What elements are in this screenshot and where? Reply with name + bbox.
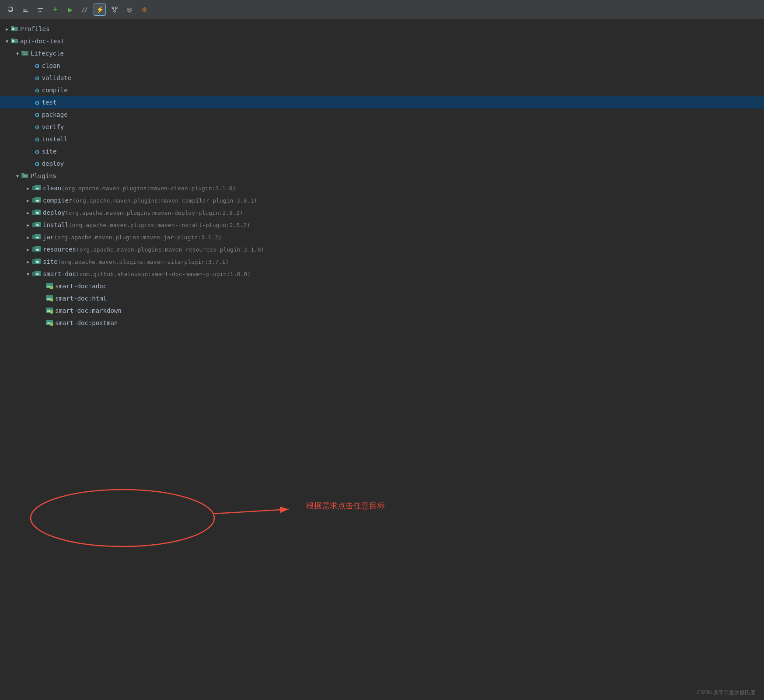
goal-postman[interactable]: m smart-doc:postman: [0, 317, 764, 329]
profiles-item[interactable]: m Profiles: [0, 23, 764, 35]
validate-label: validate: [42, 74, 71, 81]
lifecycle-verify[interactable]: ⚙ verify: [0, 121, 764, 133]
plugin-clean-icon: m: [31, 184, 41, 192]
lifecycle-install[interactable]: ⚙ install: [0, 133, 764, 145]
goal-postman-label: smart-doc:postman: [55, 319, 118, 326]
plugin-site-detail: (org.apache.maven.plugins:maven-site-plu…: [58, 259, 229, 265]
lifecycle-compile[interactable]: ⚙ compile: [0, 84, 764, 96]
gear-icon-package: ⚙: [35, 111, 39, 119]
profiles-arrow: [3, 25, 10, 32]
lifecycle-test[interactable]: ⚙ test: [0, 96, 764, 108]
plugin-resources[interactable]: m resources (org.apache.maven.plugins:ma…: [0, 243, 764, 256]
refresh-button[interactable]: [4, 4, 17, 16]
plugin-smart-doc-icon: m: [31, 270, 41, 278]
plugin-jar-detail: (org.apache.maven.plugins:maven-jar-plug…: [54, 234, 222, 241]
goal-html-label: smart-doc:html: [55, 295, 107, 302]
svg-rect-13: [21, 51, 24, 52]
project-item[interactable]: m api-doc-test: [0, 35, 764, 47]
clean-label: clean: [42, 62, 60, 69]
gear-icon-test: ⚙: [35, 98, 39, 107]
test-label: test: [42, 99, 57, 106]
plugin-site-icon: m: [31, 258, 41, 266]
plugin-jar-name: jar: [43, 234, 54, 241]
deploy-label: deploy: [42, 160, 64, 167]
plugin-compiler-arrow: [24, 197, 31, 204]
goal-html[interactable]: m smart-doc:html: [0, 292, 764, 304]
execute-button[interactable]: ⚡: [94, 4, 106, 16]
verify-label: verify: [42, 123, 64, 130]
import-button[interactable]: [19, 4, 31, 16]
profiles-label: Profiles: [20, 25, 49, 32]
gear-icon-validate: ⚙: [35, 74, 39, 82]
plugins-folder-icon: [21, 172, 29, 180]
goal-postman-icon: m: [45, 319, 53, 327]
plugin-clean[interactable]: m clean (org.apache.maven.plugins:maven-…: [0, 182, 764, 194]
svg-line-57: [214, 509, 289, 514]
lifecycle-item[interactable]: Lifecycle: [0, 47, 764, 60]
lifecycle-site[interactable]: ⚙ site: [0, 145, 764, 158]
lifecycle-arrow: [14, 50, 21, 57]
plugin-resources-detail: (org.apache.maven.plugins:maven-resource…: [76, 246, 264, 253]
lifecycle-folder-icon: [21, 49, 29, 58]
plugin-clean-name: clean: [43, 185, 61, 192]
plugins-label: Plugins: [31, 172, 56, 179]
profiles-folder-icon: m: [10, 25, 18, 33]
goal-html-icon: m: [45, 294, 53, 303]
plugin-install[interactable]: m install (org.apache.maven.plugins:mave…: [0, 219, 764, 231]
gear-icon-verify: ⚙: [35, 123, 39, 131]
dependencies-button[interactable]: [108, 4, 121, 16]
project-folder-icon: m: [10, 37, 18, 46]
goal-markdown-icon: m: [45, 307, 53, 315]
svg-rect-17: [21, 173, 24, 175]
add-button[interactable]: +: [49, 4, 61, 16]
goal-adoc[interactable]: m smart-doc:adoc: [0, 280, 764, 292]
settings-button[interactable]: ⚙: [138, 4, 150, 16]
package-label: package: [42, 111, 68, 118]
plugin-jar[interactable]: m jar (org.apache.maven.plugins:maven-ja…: [0, 231, 764, 243]
svg-text:m: m: [36, 186, 39, 190]
run-button[interactable]: ▶: [64, 4, 76, 16]
svg-text:m: m: [36, 235, 39, 239]
plugin-install-name: install: [43, 221, 69, 228]
annotation-text: 根据需求点击任意目标: [306, 500, 385, 511]
download-sources-button[interactable]: [34, 4, 46, 16]
svg-text:m: m: [47, 308, 50, 313]
plugin-site[interactable]: m site (org.apache.maven.plugins:maven-s…: [0, 256, 764, 268]
project-label: api-doc-test: [20, 38, 64, 45]
plugin-deploy[interactable]: m deploy (org.apache.maven.plugins:maven…: [0, 206, 764, 219]
plugin-deploy-icon: m: [31, 209, 41, 217]
svg-text:m: m: [36, 259, 39, 264]
plugin-smart-doc[interactable]: m smart-doc (com.github.shalousun:smart-…: [0, 268, 764, 280]
svg-point-56: [31, 490, 214, 546]
svg-line-4: [113, 9, 115, 10]
project-arrow: [3, 38, 10, 45]
lifecycle-deploy[interactable]: ⚙ deploy: [0, 158, 764, 170]
lifecycle-package[interactable]: ⚙ package: [0, 108, 764, 121]
plugin-install-detail: (org.apache.maven.plugins:maven-install-…: [69, 222, 250, 228]
plugin-deploy-name: deploy: [43, 209, 65, 216]
svg-text:m: m: [36, 210, 39, 215]
toggle-button[interactable]: //: [79, 4, 91, 16]
goal-markdown-label: smart-doc:markdown: [55, 307, 122, 314]
gear-icon-deploy: ⚙: [35, 160, 39, 168]
tree-container: m Profiles m api-doc-test: [0, 19, 764, 700]
lifecycle-clean[interactable]: ⚙ clean: [0, 60, 764, 72]
toolbar: + ▶ // ⚡ ⚙: [0, 0, 764, 19]
goal-adoc-icon: m: [45, 282, 53, 290]
collapse-button[interactable]: [123, 4, 136, 16]
plugin-compiler-name: compiler: [43, 197, 72, 204]
plugin-deploy-arrow: [24, 209, 31, 216]
plugin-compiler[interactable]: m compiler (org.apache.maven.plugins:mav…: [0, 194, 764, 206]
gear-icon-compile: ⚙: [35, 86, 39, 94]
plugin-clean-detail: (org.apache.maven.plugins:maven-clean-pl…: [61, 185, 236, 192]
svg-point-2: [115, 7, 117, 9]
plugin-deploy-detail: (org.apache.maven.plugins:maven-deploy-p…: [65, 210, 243, 216]
goal-markdown[interactable]: m smart-doc:markdown: [0, 304, 764, 317]
annotation-overlay: [35, 479, 341, 557]
svg-text:m: m: [47, 321, 50, 325]
svg-text:m: m: [12, 27, 14, 31]
plugins-item[interactable]: Plugins: [0, 170, 764, 182]
lifecycle-label: Lifecycle: [31, 50, 64, 57]
svg-text:m: m: [47, 296, 50, 301]
lifecycle-validate[interactable]: ⚙ validate: [0, 72, 764, 84]
